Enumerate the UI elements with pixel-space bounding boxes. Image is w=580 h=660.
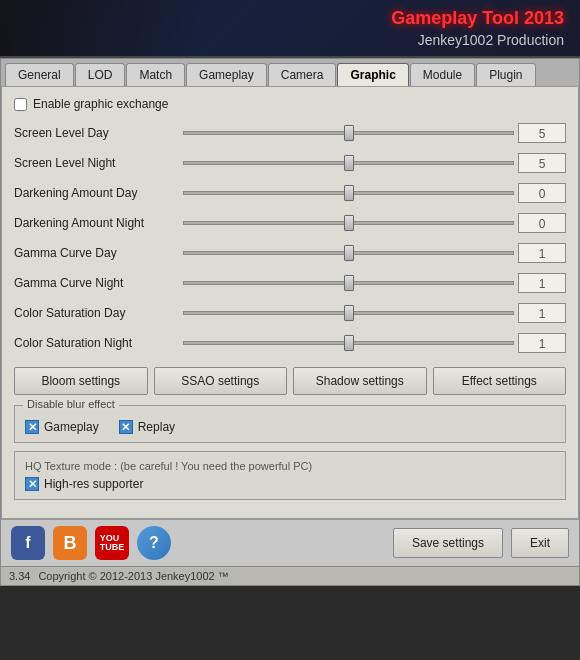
hq-check-item: ✕ High-res supporter bbox=[25, 477, 555, 491]
slider-row-2: Darkening Amount Day 0 bbox=[14, 181, 566, 205]
slider-value-4: 1 bbox=[518, 243, 566, 263]
slider-value-6: 1 bbox=[518, 303, 566, 323]
slider-track-7[interactable] bbox=[183, 341, 514, 345]
slider-row-7: Color Saturation Night 1 bbox=[14, 331, 566, 355]
hq-label: High-res supporter bbox=[44, 477, 143, 491]
slider-value-1: 5 bbox=[518, 153, 566, 173]
blur-item-0: ✕ Gameplay bbox=[25, 420, 99, 434]
slider-label-0: Screen Level Day bbox=[14, 126, 179, 140]
slider-track-2[interactable] bbox=[183, 191, 514, 195]
slider-value-7: 1 bbox=[518, 333, 566, 353]
facebook-icon[interactable]: f bbox=[11, 526, 45, 560]
tab-bar: General LOD Match Gameplay Camera Graphi… bbox=[1, 59, 579, 86]
tab-graphic[interactable]: Graphic bbox=[337, 63, 408, 86]
tab-module[interactable]: Module bbox=[410, 63, 475, 86]
slider-label-6: Color Saturation Day bbox=[14, 306, 179, 320]
blur-group-title: Disable blur effect bbox=[23, 398, 119, 410]
header-title: Gameplay Tool 2013 Jenkey1002 Production bbox=[391, 7, 564, 49]
slider-thumb-0[interactable] bbox=[344, 125, 354, 141]
slider-thumb-3[interactable] bbox=[344, 215, 354, 231]
tab-general[interactable]: General bbox=[5, 63, 74, 86]
enable-graphic-checkbox[interactable] bbox=[14, 98, 27, 111]
enable-graphic-row: Enable graphic exchange bbox=[14, 97, 566, 111]
tab-gameplay[interactable]: Gameplay bbox=[186, 63, 267, 86]
slider-label-2: Darkening Amount Day bbox=[14, 186, 179, 200]
slider-label-5: Gamma Curve Night bbox=[14, 276, 179, 290]
blogger-icon[interactable]: B bbox=[53, 526, 87, 560]
hq-note: HQ Texture mode : (be careful ! You need… bbox=[25, 460, 555, 472]
slider-thumb-2[interactable] bbox=[344, 185, 354, 201]
slider-track-5[interactable] bbox=[183, 281, 514, 285]
tab-lod[interactable]: LOD bbox=[75, 63, 126, 86]
slider-thumb-7[interactable] bbox=[344, 335, 354, 351]
app-title-line1: Gameplay Tool 2013 bbox=[391, 7, 564, 30]
content-area: Enable graphic exchange Screen Level Day… bbox=[1, 86, 579, 519]
main-window: General LOD Match Gameplay Camera Graphi… bbox=[0, 58, 580, 586]
slider-track-1[interactable] bbox=[183, 161, 514, 165]
slider-value-2: 0 bbox=[518, 183, 566, 203]
version-label: 3.34 bbox=[9, 570, 30, 582]
blur-label-0: Gameplay bbox=[44, 420, 99, 434]
tab-plugin[interactable]: Plugin bbox=[476, 63, 535, 86]
slider-track-0[interactable] bbox=[183, 131, 514, 135]
slider-label-7: Color Saturation Night bbox=[14, 336, 179, 350]
slider-row-1: Screen Level Night 5 bbox=[14, 151, 566, 175]
blur-group: Disable blur effect ✕ Gameplay ✕ Replay bbox=[14, 405, 566, 443]
settings-btn-1[interactable]: SSAO settings bbox=[154, 367, 288, 395]
slider-row-4: Gamma Curve Day 1 bbox=[14, 241, 566, 265]
slider-thumb-1[interactable] bbox=[344, 155, 354, 171]
header: Gameplay Tool 2013 Jenkey1002 Production bbox=[0, 0, 580, 58]
slider-value-5: 1 bbox=[518, 273, 566, 293]
bottom-bar: f B YOUTUBE ? Save settings Exit bbox=[1, 519, 579, 566]
slider-row-3: Darkening Amount Night 0 bbox=[14, 211, 566, 235]
slider-value-0: 5 bbox=[518, 123, 566, 143]
slider-label-4: Gamma Curve Day bbox=[14, 246, 179, 260]
blur-checkbox-0[interactable]: ✕ bbox=[25, 420, 39, 434]
tab-camera[interactable]: Camera bbox=[268, 63, 337, 86]
settings-buttons-row: Bloom settingsSSAO settingsShadow settin… bbox=[14, 367, 566, 395]
youtube-icon[interactable]: YOUTUBE bbox=[95, 526, 129, 560]
settings-btn-3[interactable]: Effect settings bbox=[433, 367, 567, 395]
slider-track-3[interactable] bbox=[183, 221, 514, 225]
hq-checkbox[interactable]: ✕ bbox=[25, 477, 39, 491]
slider-label-1: Screen Level Night bbox=[14, 156, 179, 170]
slider-track-6[interactable] bbox=[183, 311, 514, 315]
slider-row-0: Screen Level Day 5 bbox=[14, 121, 566, 145]
app-title-line2: Jenkey1002 Production bbox=[391, 31, 564, 49]
slider-thumb-5[interactable] bbox=[344, 275, 354, 291]
slider-row-5: Gamma Curve Night 1 bbox=[14, 271, 566, 295]
blur-item-1: ✕ Replay bbox=[119, 420, 175, 434]
sliders-container: Screen Level Day 5 Screen Level Night 5 … bbox=[14, 121, 566, 355]
blur-checkbox-1[interactable]: ✕ bbox=[119, 420, 133, 434]
slider-value-3: 0 bbox=[518, 213, 566, 233]
slider-label-3: Darkening Amount Night bbox=[14, 216, 179, 230]
slider-thumb-4[interactable] bbox=[344, 245, 354, 261]
blur-items: ✕ Gameplay ✕ Replay bbox=[25, 416, 555, 434]
slider-thumb-6[interactable] bbox=[344, 305, 354, 321]
settings-btn-2[interactable]: Shadow settings bbox=[293, 367, 427, 395]
status-bar: 3.34 Copyright © 2012-2013 Jenkey1002 ™ bbox=[1, 566, 579, 585]
enable-graphic-label: Enable graphic exchange bbox=[33, 97, 168, 111]
settings-btn-0[interactable]: Bloom settings bbox=[14, 367, 148, 395]
blur-label-1: Replay bbox=[138, 420, 175, 434]
info-icon[interactable]: ? bbox=[137, 526, 171, 560]
slider-row-6: Color Saturation Day 1 bbox=[14, 301, 566, 325]
slider-track-4[interactable] bbox=[183, 251, 514, 255]
copyright-label: Copyright © 2012-2013 Jenkey1002 ™ bbox=[38, 570, 228, 582]
hq-group: HQ Texture mode : (be careful ! You need… bbox=[14, 451, 566, 500]
exit-button[interactable]: Exit bbox=[511, 528, 569, 558]
tab-match[interactable]: Match bbox=[126, 63, 185, 86]
save-settings-button[interactable]: Save settings bbox=[393, 528, 503, 558]
